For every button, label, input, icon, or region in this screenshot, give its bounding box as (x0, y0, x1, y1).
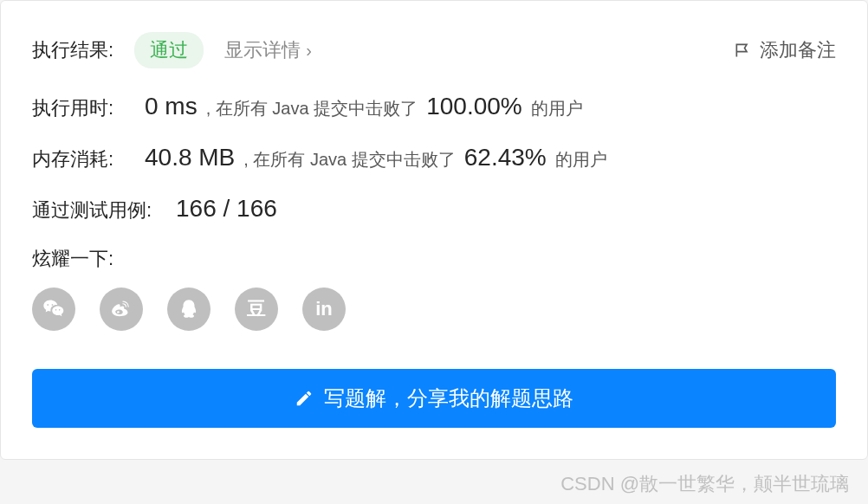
chevron-right-icon: › (306, 41, 312, 61)
linkedin-icon[interactable]: in (302, 288, 346, 331)
memory-label: 内存消耗: (32, 146, 129, 172)
show-details-link[interactable]: 显示详情 › (224, 37, 312, 63)
runtime-percent: 100.00% (426, 93, 522, 120)
testcases-value: 166 / 166 (176, 195, 277, 223)
memory-text1: , 在所有 Java 提交中击败了 (243, 148, 455, 171)
weibo-icon[interactable] (100, 288, 143, 331)
wechat-icon[interactable] (32, 288, 75, 331)
pencil-icon (295, 389, 314, 408)
memory-text2: 的用户 (555, 148, 607, 171)
flag-icon (734, 42, 751, 59)
watermark: CSDN @散一世繁华，颠半世琉璃 (560, 471, 849, 497)
write-solution-button[interactable]: 写题解，分享我的解题思路 (32, 369, 836, 428)
douban-icon[interactable]: 豆 (235, 288, 278, 331)
memory-row: 内存消耗: 40.8 MB , 在所有 Java 提交中击败了 62.43% 的… (32, 144, 836, 172)
result-label: 执行结果: (32, 37, 113, 63)
add-note-text: 添加备注 (760, 37, 836, 63)
status-badge: 通过 (134, 32, 204, 68)
share-icons-row: 豆 in (32, 288, 836, 331)
header-row: 执行结果: 通过 显示详情 › 添加备注 (32, 32, 836, 68)
testcases-row: 通过测试用例: 166 / 166 (32, 195, 836, 223)
runtime-label: 执行用时: (32, 95, 129, 121)
result-panel: 执行结果: 通过 显示详情 › 添加备注 执行用时: 0 ms , 在所有 Ja… (0, 0, 868, 460)
add-note-link[interactable]: 添加备注 (734, 37, 836, 63)
memory-value: 40.8 MB (145, 144, 235, 171)
runtime-value: 0 ms (145, 93, 198, 120)
runtime-text1: , 在所有 Java 提交中击败了 (206, 97, 418, 120)
show-details-text: 显示详情 (224, 37, 301, 63)
qq-icon[interactable] (167, 288, 211, 331)
cta-label: 写题解，分享我的解题思路 (324, 384, 573, 412)
runtime-text2: 的用户 (531, 97, 583, 120)
runtime-row: 执行用时: 0 ms , 在所有 Java 提交中击败了 100.00% 的用户 (32, 93, 836, 121)
memory-percent: 62.43% (464, 144, 547, 171)
share-label: 炫耀一下: (32, 246, 836, 272)
testcases-label: 通过测试用例: (32, 197, 160, 223)
